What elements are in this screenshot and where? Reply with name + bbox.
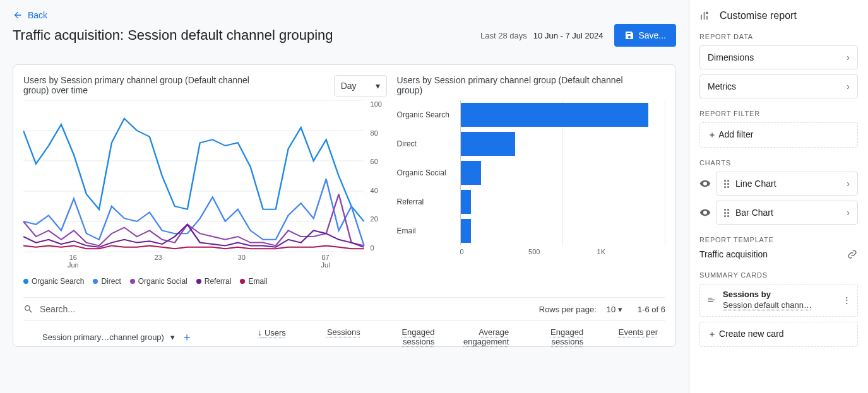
visibility-icon[interactable]: [699, 207, 711, 218]
back-label: Back: [28, 10, 47, 20]
bar-row: Direct: [397, 129, 665, 158]
bar-row: Organic Social: [397, 158, 665, 187]
legend-item[interactable]: Referral: [196, 277, 232, 286]
template-name: Traffic acquisition: [699, 249, 768, 259]
metrics-button[interactable]: Metrics ›: [699, 74, 858, 98]
sort-descending-icon: ↓: [258, 327, 262, 337]
date-range-value: 10 Jun - 7 Jul 2024: [533, 31, 603, 40]
arrow-left-icon: [13, 10, 23, 20]
line-chart-svg: [23, 100, 387, 252]
add-dimension-button[interactable]: ＋: [181, 329, 193, 344]
chevron-down-icon[interactable]: ▾: [170, 332, 175, 342]
y-tick: 100: [371, 100, 387, 108]
pagination-info: 1-6 of 6: [638, 305, 665, 314]
section-report-filter: REPORT FILTER: [699, 110, 858, 117]
rows-per-page-select[interactable]: 10 ▾: [607, 305, 622, 314]
legend-item[interactable]: Organic Search: [23, 277, 84, 286]
table-search[interactable]: Search...: [23, 304, 75, 314]
legend-item[interactable]: Organic Social: [130, 277, 187, 286]
summary-card-item[interactable]: Sessions by Session default chann… ⋮: [699, 284, 858, 317]
chevron-right-icon: ›: [847, 208, 850, 218]
visibility-icon[interactable]: [699, 178, 711, 189]
chevron-right-icon: ›: [847, 179, 850, 189]
legend-item[interactable]: Email: [240, 277, 267, 286]
chevron-down-icon: ▾: [618, 305, 622, 314]
create-card-button[interactable]: ＋ Create new card: [699, 322, 858, 347]
search-placeholder: Search...: [40, 304, 75, 314]
add-filter-button[interactable]: ＋ Add filter: [699, 122, 858, 148]
y-tick: 20: [371, 215, 387, 223]
back-button[interactable]: Back: [13, 10, 47, 20]
y-tick: 80: [371, 129, 387, 137]
bar-chart-config[interactable]: Bar Chart ›: [716, 201, 858, 225]
granularity-value: Day: [341, 81, 357, 91]
bar-row: Organic Search: [397, 100, 665, 129]
dimension-column-header[interactable]: Session primary…channel group): [42, 332, 164, 342]
line-chart-config[interactable]: Line Chart ›: [716, 172, 858, 196]
legend-item[interactable]: Direct: [93, 277, 121, 286]
dimensions-button[interactable]: Dimensions ›: [699, 45, 858, 69]
unlink-template-icon[interactable]: [847, 249, 858, 260]
customise-report-icon: [699, 10, 711, 21]
table-header: Session primary…channel group) ▾ ＋ ↓ Use…: [23, 320, 665, 346]
drag-handle-icon[interactable]: [724, 180, 729, 188]
more-icon[interactable]: ⋮: [843, 295, 851, 305]
sidebar-title: Customise report: [720, 10, 797, 21]
date-range-picker[interactable]: Last 28 days 10 Jun - 7 Jul 2024: [480, 31, 603, 40]
bar-chart-title: Users by Session primary channel group (…: [397, 75, 637, 95]
line-chart-legend: Organic SearchDirectOrganic SocialReferr…: [23, 277, 387, 286]
card-icon: [706, 295, 716, 305]
section-report-template: REPORT TEMPLATE: [699, 236, 858, 243]
y-tick: 40: [371, 187, 387, 194]
column-header[interactable]: Events per: [591, 327, 665, 346]
bar-chart: Organic SearchDirectOrganic SocialReferr…: [397, 100, 665, 245]
granularity-select[interactable]: Day ▾: [334, 75, 387, 97]
column-header[interactable]: ↓ Users: [219, 327, 294, 346]
line-chart: 100 80 60 40 20 0 16Jun233007Jul: [23, 100, 387, 264]
section-report-data: REPORT DATA: [699, 33, 858, 40]
drag-handle-icon[interactable]: [724, 209, 729, 217]
save-button[interactable]: Save...: [614, 24, 676, 47]
column-header[interactable]: Engaged sessions: [368, 327, 443, 346]
section-charts: CHARTS: [699, 159, 858, 167]
chevron-down-icon: ▾: [376, 81, 380, 91]
search-icon: [23, 304, 33, 314]
rows-per-page-label: Rows per page:: [539, 305, 597, 314]
line-chart-title: Users by Session primary channel group (…: [23, 75, 263, 95]
column-header[interactable]: Average engagement: [442, 327, 516, 346]
bar-row: Email: [397, 216, 665, 245]
column-header[interactable]: Engaged sessions: [516, 327, 591, 346]
section-summary-cards: SUMMARY CARDS: [699, 271, 858, 279]
save-label: Save...: [638, 30, 666, 40]
plus-icon: ＋: [708, 329, 716, 339]
column-header[interactable]: Sessions: [294, 327, 368, 346]
plus-icon: ＋: [708, 129, 716, 139]
bar-row: Referral: [397, 187, 665, 216]
y-tick: 0: [371, 244, 387, 252]
page-title: Traffic acquisition: Session default cha…: [13, 27, 333, 44]
date-range-preset: Last 28 days: [480, 31, 527, 40]
save-icon: [624, 30, 634, 40]
y-tick: 60: [371, 158, 387, 165]
chevron-right-icon: ›: [847, 81, 850, 91]
chevron-right-icon: ›: [847, 52, 850, 62]
